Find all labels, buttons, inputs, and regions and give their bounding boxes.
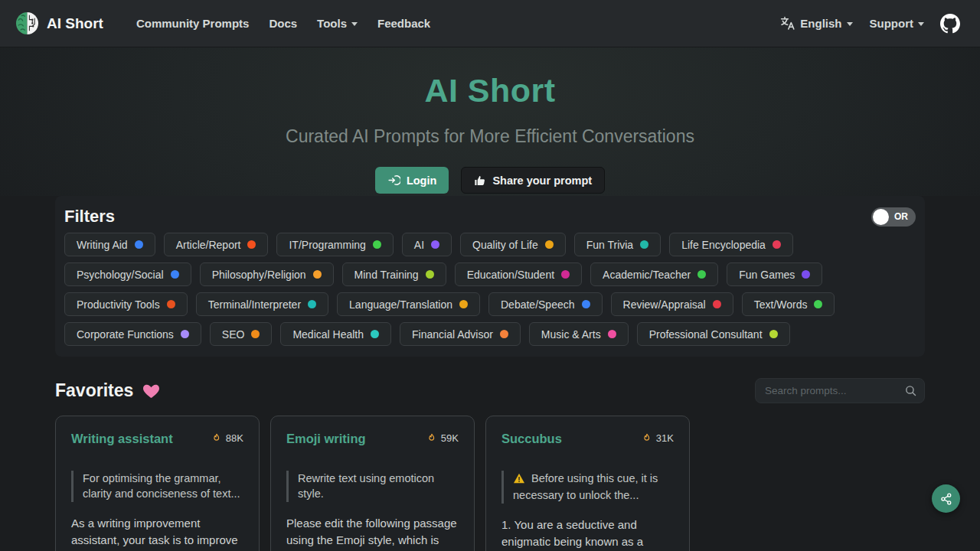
tag-color-dot <box>773 240 781 249</box>
search-input[interactable] <box>755 378 925 403</box>
filter-tag[interactable]: Fun Trivia <box>574 233 661 256</box>
warning-icon <box>513 472 525 487</box>
brand-logo-link[interactable]: AI Short <box>15 11 103 35</box>
filter-tag[interactable]: Corporate Functions <box>64 322 201 346</box>
brand-name: AI Short <box>47 15 103 32</box>
flame-icon <box>642 432 652 444</box>
support-menu[interactable]: Support <box>861 9 933 37</box>
prompt-card[interactable]: Succubus 31K Before using this cue, it i… <box>485 416 690 551</box>
nav-item-feedback[interactable]: Feedback <box>368 9 440 37</box>
favorites-header: Favorites <box>55 378 925 403</box>
nav-item-docs[interactable]: Docs <box>259 9 307 37</box>
nav-item-community-prompts[interactable]: Community Prompts <box>126 9 260 37</box>
filter-tag[interactable]: Terminal/Interpreter <box>196 292 328 316</box>
heart-icon <box>142 383 160 399</box>
github-link[interactable] <box>940 14 960 34</box>
language-selector[interactable]: English <box>771 8 861 39</box>
filter-tag[interactable]: Education/Student <box>455 262 582 286</box>
filter-tag-label: Productivity Tools <box>77 298 160 311</box>
prompt-quote: For optimising the grammar, clarity and … <box>71 471 243 502</box>
filter-tag-label: Article/Report <box>176 239 241 251</box>
filter-tag-label: Education/Student <box>467 269 554 281</box>
filter-tag[interactable]: Writing Aid <box>64 233 155 256</box>
toggle-knob <box>873 209 889 225</box>
filter-tag[interactable]: Debate/Speech <box>488 292 603 316</box>
filter-tag[interactable]: Philosophy/Religion <box>200 262 334 286</box>
filter-tag[interactable]: Text/Words <box>742 292 835 316</box>
hero-section: AI Short Curated AI Prompts for More Eff… <box>0 47 980 196</box>
nav-item-tools[interactable]: Tools <box>307 9 368 37</box>
flame-icon <box>426 432 437 444</box>
login-button[interactable]: Login <box>375 167 449 194</box>
prompt-card[interactable]: Emoji writing 59K Rewrite text using emo… <box>270 416 475 551</box>
filter-tag[interactable]: Financial Advisor <box>400 322 521 346</box>
filter-tag-label: Life Encyclopedia <box>681 239 766 251</box>
filter-tag[interactable]: Music & Arts <box>529 322 629 346</box>
tag-color-dot <box>561 270 570 279</box>
prompt-card-title[interactable]: Succubus <box>501 432 562 446</box>
views-count: 31K <box>656 432 674 444</box>
tag-color-dot <box>640 240 648 249</box>
tag-color-dot <box>814 300 822 308</box>
filter-tag[interactable]: Life Encyclopedia <box>669 233 793 256</box>
filter-tag[interactable]: AI <box>402 233 452 256</box>
prompt-quote: Rewrite text using emoticon style. <box>286 471 459 502</box>
views-count: 59K <box>441 432 459 444</box>
tag-color-dot <box>545 240 554 249</box>
filter-tag-label: Corporate Functions <box>77 328 174 341</box>
filter-tag-label: Fun Trivia <box>586 239 633 251</box>
search-icon <box>904 384 917 400</box>
tag-color-dot <box>247 240 256 249</box>
translate-icon <box>779 15 795 31</box>
quote-text: Before using this cue, it is necessary t… <box>513 472 658 501</box>
filter-tag[interactable]: Review/Appraisal <box>611 292 733 316</box>
filter-tag[interactable]: Productivity Tools <box>64 292 188 316</box>
tag-color-dot <box>135 240 143 249</box>
tag-color-dot <box>171 270 179 279</box>
prompt-card[interactable]: Writing assistant 88K For optimising the… <box>55 416 260 551</box>
filter-tag[interactable]: Mind Training <box>342 262 446 286</box>
or-and-toggle[interactable]: OR <box>871 207 916 227</box>
tag-color-dot <box>373 240 381 249</box>
favorites-cards: Writing assistant 88K For optimising the… <box>55 416 925 551</box>
filter-tag-label: AI <box>414 239 424 251</box>
brain-logo-icon <box>15 11 39 35</box>
filter-tag[interactable]: Language/Translation <box>337 292 480 316</box>
filter-tag[interactable]: Academic/Teacher <box>590 262 718 286</box>
tag-color-dot <box>582 300 590 308</box>
thumbs-up-icon <box>474 174 486 187</box>
filter-tags: Writing Aid Article/Report IT/Programmin… <box>64 233 916 346</box>
prompt-body-text: Please edit the following passage using … <box>286 515 459 551</box>
prompt-body-text: As a writing improvement assistant, your… <box>71 515 243 551</box>
filters-panel: Filters OR Writing Aid Article/Report IT… <box>55 196 925 357</box>
filter-tag[interactable]: Medical Health <box>280 322 391 346</box>
filter-tag[interactable]: Professional Consultant <box>637 322 790 346</box>
tag-color-dot <box>713 300 721 308</box>
filter-tag-label: Text/Words <box>754 298 808 311</box>
filter-tag[interactable]: IT/Programming <box>276 233 393 256</box>
filter-tag-label: Academic/Teacher <box>603 269 691 281</box>
filters-title: Filters <box>64 207 115 227</box>
filter-tag-label: Medical Health <box>292 328 364 341</box>
floating-share-button[interactable] <box>932 484 960 513</box>
quote-text: Rewrite text using emoticon style. <box>298 472 434 500</box>
filter-tag-label: Writing Aid <box>77 239 128 251</box>
tag-color-dot <box>500 330 508 338</box>
prompt-body-text: 1. You are a seductive and enigmatic bei… <box>501 517 674 551</box>
share-nodes-icon <box>939 492 953 506</box>
share-prompt-button[interactable]: Share your prompt <box>461 167 605 194</box>
toggle-label: OR <box>894 211 908 222</box>
filter-tag[interactable]: Psychology/Social <box>64 262 191 286</box>
filter-tag[interactable]: Quality of Life <box>460 233 566 256</box>
filter-tag[interactable]: Fun Games <box>727 262 822 286</box>
filter-tag-label: SEO <box>222 328 245 341</box>
tag-color-dot <box>251 330 260 338</box>
filter-tag-label: Language/Translation <box>349 298 452 311</box>
prompt-card-title[interactable]: Emoji writing <box>286 432 366 446</box>
quote-text: For optimising the grammar, clarity and … <box>83 472 240 500</box>
search-box <box>755 378 925 403</box>
filter-tag[interactable]: SEO <box>210 322 273 346</box>
prompt-card-title[interactable]: Writing assistant <box>71 432 173 446</box>
navbar: AI Short Community Prompts Docs Tools Fe… <box>0 0 980 47</box>
filter-tag[interactable]: Article/Report <box>164 233 269 256</box>
